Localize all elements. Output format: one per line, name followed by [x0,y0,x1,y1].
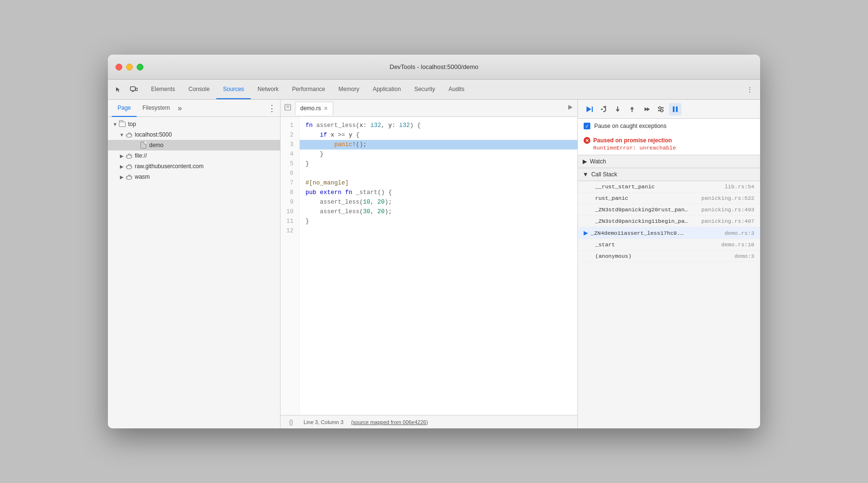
call-item[interactable]: (anonymous) demo:3 [578,251,760,262]
paused-error-box: ✕ Paused on promise rejection RuntimeErr… [578,133,760,155]
call-func-name: __rust_start_panic [595,184,655,190]
step-into-button[interactable] [611,103,624,115]
file-panel: Page Filesystem » ⋮ ▼ top [108,100,281,428]
code-line-1: fn assert_less(x: i32, y: i32) { [300,121,577,130]
editor-file-tab-demo[interactable]: demo.rs × [295,102,333,115]
maximize-button[interactable] [137,64,143,70]
svg-point-18 [659,106,661,109]
devtools-window: DevTools - localhost:5000/demo Elements [108,55,760,428]
tab-memory[interactable]: Memory [332,80,366,99]
minimize-button[interactable] [126,64,133,70]
tree-top[interactable]: ▼ top [108,119,280,129]
cloud-icon-raw [125,162,133,170]
call-file-ref: panicking.rs:522 [702,195,754,201]
svg-rect-21 [673,106,675,112]
step-over-button[interactable] [597,103,610,115]
more-tabs-icon[interactable]: ⋮ [743,83,756,96]
pause-exceptions-section: ✓ Pause on caught exceptions ✕ Paused on… [578,119,760,155]
call-file-ref: panicking.rs:493 [702,207,754,213]
tab-network[interactable]: Network [251,80,285,99]
watch-arrow-icon: ▶ [583,158,587,165]
tab-filesystem[interactable]: Filesystem [137,100,176,117]
tab-application[interactable]: Application [366,80,408,99]
call-item[interactable]: rust_panic panicking.rs:522 [578,193,760,204]
pause-exceptions-checkbox[interactable]: ✓ [584,123,590,129]
call-func-name: _ZN4demo11assert_less17hc8... [591,230,687,236]
editor-panel: demo.rs × 1 2 3 4 5 6 7 [281,100,578,428]
call-arrow-icon: ▶ [584,230,588,236]
callstack-arrow-icon: ▼ [583,171,588,178]
deactivate-button[interactable] [655,103,667,115]
main-tabs: Elements Console Sources Network Perform… [144,80,743,99]
call-item[interactable]: __rust_start_panic lib.rs:54 [578,181,760,193]
error-icon: ✕ [584,137,590,144]
tab-audits[interactable]: Audits [442,80,471,99]
tree-arrow-file: ▶ [118,152,125,159]
tab-sources[interactable]: Sources [216,80,251,99]
call-file-ref: lib.rs:54 [725,184,754,190]
editor-run-icon[interactable] [567,104,574,112]
callstack-header[interactable]: ▼ Call Stack [578,168,760,181]
code-line-2: if x >= y { [300,130,577,140]
editor-status: {} Line 3, Column 3 (source mapped from … [281,415,577,428]
call-file-ref: demo.rs:10 [721,242,754,248]
format-icon[interactable]: {} [286,417,296,427]
svg-marker-12 [586,106,591,112]
tab-console[interactable]: Console [182,80,216,99]
tab-bar-icons [112,80,141,99]
callstack-section: ▼ Call Stack __rust_start_panic lib.rs:5… [578,168,760,428]
call-item[interactable]: _ZN3std9panicking11begin_pa... panicking… [578,216,760,227]
tab-security[interactable]: Security [408,80,442,99]
call-func-name: _ZN3std9panicking20rust_pani... [595,207,691,213]
svg-point-20 [661,109,663,112]
traffic-lights [116,64,143,70]
call-item-left: __rust_start_panic [584,184,655,190]
step-continue-button[interactable] [640,103,653,115]
watch-label: Watch [590,158,606,165]
call-item[interactable]: ▶ _ZN4demo11assert_less17hc8... demo.rs:… [578,227,760,239]
svg-rect-0 [130,87,135,91]
code-line-9: assert_less(10, 20); [300,197,577,207]
call-item[interactable]: _ZN3std9panicking20rust_pani... panickin… [578,204,760,216]
tree-arrow-wasm: ▶ [118,173,125,180]
tree-localhost[interactable]: ▼ localhost:5000 [108,129,280,140]
file-icon-demo [140,141,147,149]
step-out-button[interactable] [626,103,638,115]
code-line-12 [300,226,577,236]
tree-arrow-top: ▼ [112,121,118,127]
resume-button[interactable] [583,103,595,115]
close-button[interactable] [116,64,122,70]
call-func-name: (anonymous) [595,253,632,259]
call-item[interactable]: _start demo.rs:10 [578,239,760,251]
tab-elements[interactable]: Elements [144,80,182,99]
tab-performance[interactable]: Performance [285,80,332,99]
code-line-3: panic!(); [300,140,577,150]
panel-options-icon[interactable]: ⋮ [268,103,276,114]
code-line-5: } [300,159,577,169]
pause-button[interactable] [669,103,681,115]
more-panels-icon[interactable]: » [177,104,182,113]
tab-bar: Elements Console Sources Network Perform… [108,80,760,100]
call-item-left: rust_panic [584,195,628,201]
callstack-label: Call Stack [591,171,617,178]
responsive-icon[interactable] [127,83,141,96]
cursor-icon[interactable] [112,83,125,96]
call-file-ref: demo.rs:3 [725,230,754,236]
call-func-name: rust_panic [595,195,628,201]
watch-header[interactable]: ▶ Watch [578,155,760,168]
code-line-10: assert_less(30, 20); [300,207,577,217]
tree-demo[interactable]: ▶ demo [108,140,280,150]
code-line-6 [300,169,577,178]
call-item-left: _ZN3std9panicking20rust_pani... [584,207,691,213]
pause-exceptions-label: Pause on caught exceptions [594,123,667,129]
tree-file[interactable]: ▶ file:// [108,150,280,161]
tab-page[interactable]: Page [112,100,137,117]
call-file-ref: panicking.rs:407 [702,218,754,224]
line-numbers: 1 2 3 4 5 6 7 8 9 10 11 12 [281,117,300,415]
editor-tab-close-icon[interactable]: × [324,104,328,112]
tree-wasm[interactable]: ▶ wasm [108,172,280,182]
code-line-7: #[no_mangle] [300,178,577,188]
tree-raw[interactable]: ▶ raw.githubusercontent.com [108,161,280,172]
pause-exceptions-row[interactable]: ✓ Pause on caught exceptions [578,119,760,133]
editor-nav-left-icon[interactable] [284,104,291,112]
